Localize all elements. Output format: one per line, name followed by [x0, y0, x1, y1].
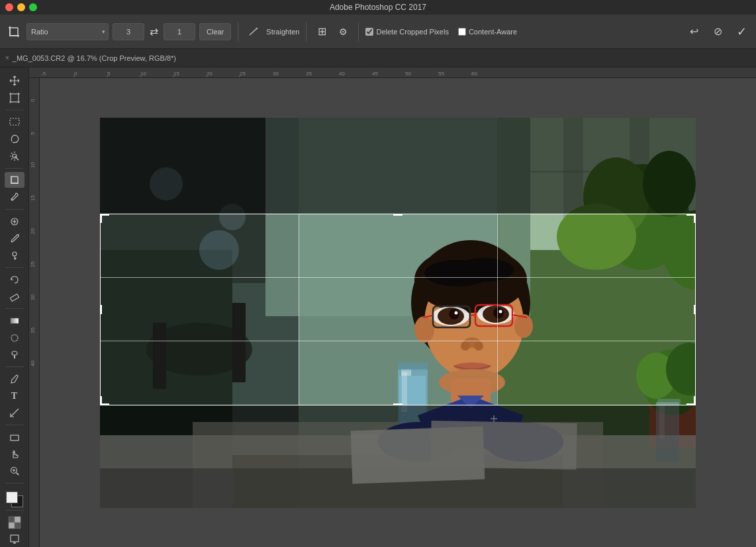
svg-text:5: 5: [30, 132, 36, 135]
crop-tool-icon: [5, 23, 23, 40]
separator-1: [238, 22, 238, 41]
brush-tool[interactable]: [5, 230, 24, 246]
dodge-tool[interactable]: [5, 347, 24, 362]
crop-tool[interactable]: [5, 172, 24, 188]
ratio-dropdown[interactable]: Ratio W × H × Resolution Original Ratio …: [26, 23, 109, 40]
crop-handle-top-left[interactable]: [100, 214, 109, 223]
ruler-top: -5 0 5 10 15 20 25 30 35 40 45 50 55 60: [29, 67, 756, 78]
marquee-tool[interactable]: [5, 114, 24, 130]
toolbar: Ratio W × H × Resolution Original Ratio …: [0, 15, 756, 49]
svg-rect-60: [29, 78, 40, 547]
tool-separator-8: [5, 483, 24, 484]
svg-point-25: [12, 351, 17, 355]
width-input[interactable]: [113, 23, 144, 40]
clone-stamp-tool[interactable]: [5, 247, 24, 263]
tool-separator-1: [5, 110, 24, 110]
tool-separator-2: [5, 168, 24, 169]
svg-point-21: [13, 252, 17, 256]
svg-line-15: [11, 153, 13, 154]
svg-text:0: 0: [30, 99, 36, 102]
grid-overlay-button[interactable]: ⊞: [313, 23, 330, 40]
close-button[interactable]: [5, 3, 13, 11]
tab-label: _MG_0053.CR2 @ 16.7% (Crop Preview, RGB/…: [13, 54, 176, 62]
crop-handle-bottom-right[interactable]: [686, 396, 696, 405]
crop-handle-bottom[interactable]: [393, 403, 402, 405]
svg-rect-9: [10, 118, 19, 125]
healing-brush-tool[interactable]: [5, 214, 24, 230]
confirm-crop-button[interactable]: ✓: [732, 22, 751, 41]
screen-mode-tool[interactable]: [5, 531, 24, 547]
ruler-left: 0 5 10 15 20 25 30 35 40: [29, 78, 40, 547]
canvas-area: -5 0 5 10 15 20 25 30 35 40 45 50 55 60: [29, 67, 756, 547]
svg-rect-34: [9, 523, 15, 528]
tool-separator-6: [5, 366, 24, 367]
straighten-icon-btn[interactable]: [245, 23, 262, 40]
svg-text:25: 25: [30, 261, 36, 267]
svg-rect-39: [29, 67, 756, 78]
image-container: [40, 78, 756, 547]
svg-text:20: 20: [30, 228, 36, 234]
crop-handle-top[interactable]: [393, 214, 402, 216]
maximize-button[interactable]: [29, 3, 37, 11]
crop-handle-top-right[interactable]: [686, 214, 696, 223]
svg-rect-33: [15, 517, 21, 523]
svg-text:15: 15: [30, 195, 36, 201]
cancel-crop-button[interactable]: ⊘: [708, 22, 727, 41]
svg-rect-32: [9, 517, 15, 523]
tool-separator-4: [5, 267, 24, 268]
grid-line-h-1: [101, 277, 695, 278]
type-tool-label: T: [11, 391, 17, 401]
move-tool[interactable]: [5, 73, 24, 89]
svg-rect-23: [11, 318, 19, 323]
eyedropper-tool[interactable]: [5, 189, 24, 205]
crop-settings-button[interactable]: ⚙: [334, 23, 352, 40]
minimize-button[interactable]: [17, 3, 25, 11]
crop-handle-bottom-left[interactable]: [100, 396, 109, 405]
svg-point-24: [11, 335, 18, 341]
color-swatches[interactable]: [5, 490, 24, 506]
shape-tool[interactable]: [5, 429, 24, 445]
content-aware-label[interactable]: Content-Aware: [458, 28, 517, 36]
foreground-color-swatch[interactable]: [6, 491, 18, 503]
blur-tool[interactable]: [5, 330, 24, 346]
artboard-tool[interactable]: [5, 90, 24, 106]
type-tool[interactable]: T: [5, 388, 24, 404]
pen-tool[interactable]: [5, 371, 24, 387]
svg-text:40: 40: [339, 71, 345, 77]
hand-tool[interactable]: [5, 446, 24, 462]
tool-separator-5: [5, 308, 24, 309]
undo-button[interactable]: ↩: [685, 22, 703, 41]
gradient-tool[interactable]: [5, 313, 24, 329]
window-controls[interactable]: [5, 3, 37, 11]
ratio-dropdown-wrapper[interactable]: Ratio W × H × Resolution Original Ratio …: [26, 23, 109, 40]
tab-close-button[interactable]: ×: [5, 54, 9, 62]
quick-mask-tool[interactable]: [5, 515, 24, 530]
content-aware-checkbox[interactable]: [458, 28, 466, 36]
zoom-tool[interactable]: [5, 464, 24, 480]
photo-canvas: [100, 118, 696, 508]
svg-text:-5: -5: [41, 71, 46, 77]
grid-line-v-2: [497, 214, 498, 405]
swap-dimensions-icon[interactable]: ⇄: [148, 24, 160, 39]
svg-text:30: 30: [273, 71, 279, 77]
grid-line-v-1: [299, 214, 299, 405]
history-brush-tool[interactable]: [5, 272, 24, 288]
delete-cropped-checkbox[interactable]: [365, 28, 373, 36]
lasso-tool[interactable]: [5, 131, 24, 147]
dim-overlay-top: [100, 118, 696, 214]
crop-handle-left[interactable]: [100, 305, 102, 314]
separator-2: [306, 22, 307, 41]
svg-text:35: 35: [306, 71, 312, 77]
path-select-tool[interactable]: [5, 405, 24, 421]
tool-separator-9: [5, 510, 24, 511]
magic-wand-tool[interactable]: [5, 148, 24, 164]
tool-separator-3: [5, 209, 24, 210]
crop-box[interactable]: [100, 214, 696, 405]
svg-text:20: 20: [207, 71, 213, 77]
delete-cropped-label[interactable]: Delete Cropped Pixels: [365, 28, 448, 36]
height-input[interactable]: [164, 23, 195, 40]
crop-handle-right[interactable]: [694, 305, 696, 314]
eraser-tool[interactable]: [5, 288, 24, 304]
clear-button[interactable]: Clear: [199, 23, 231, 40]
grid-line-h-2: [101, 341, 695, 341]
